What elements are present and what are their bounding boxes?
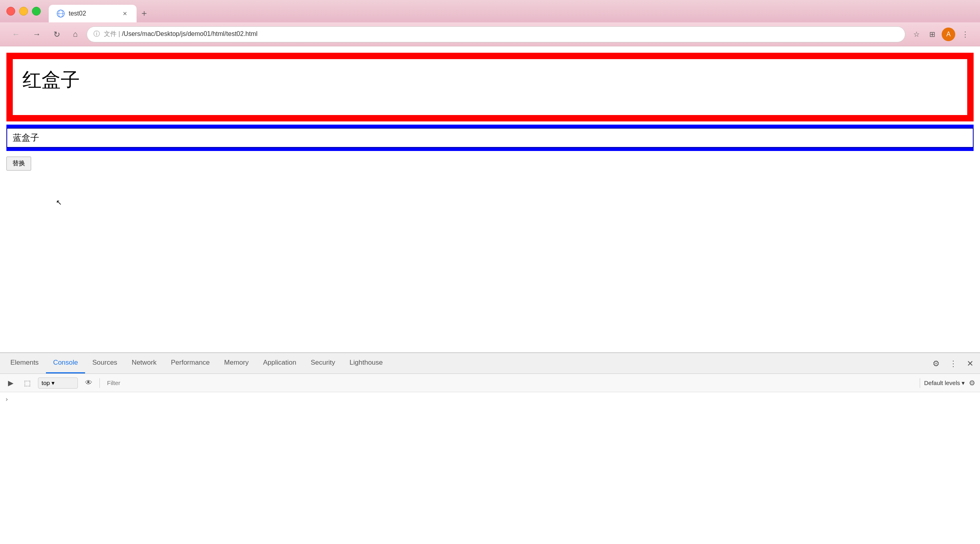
more-vertical-icon: ⋮ [949, 359, 957, 368]
console-toolbar: ▶ ⬚ top ▾ 👁 Default levels ▾ ⚙ [0, 374, 980, 392]
tab-elements-label: Elements [10, 359, 39, 367]
reload-icon: ↻ [54, 30, 60, 39]
close-traffic-light[interactable] [6, 7, 15, 16]
context-selector[interactable]: top ▾ [38, 377, 78, 389]
tab-security[interactable]: Security [304, 353, 342, 373]
maximize-traffic-light[interactable] [32, 7, 41, 16]
nav-bar: ← → ↻ ⌂ ⓘ 文件 | /Users/mac/Desktop/js/dem… [0, 22, 980, 46]
browser-tab-active[interactable]: test02 ✕ [49, 5, 137, 22]
address-prefix: 文件 | [104, 30, 122, 37]
console-chevron[interactable]: › [5, 395, 9, 403]
tab-application[interactable]: Application [256, 353, 304, 373]
tab-lighthouse-label: Lighthouse [349, 359, 383, 367]
address-bar[interactable]: ⓘ 文件 | /Users/mac/Desktop/js/demo01/html… [87, 26, 905, 42]
tab-network[interactable]: Network [125, 353, 164, 373]
run-code-button[interactable]: ▶ [5, 377, 17, 389]
red-box: 红盒子 [6, 53, 974, 121]
tab-console-label: Console [53, 359, 78, 367]
devtools-panel: Elements Console Sources Network Perform… [0, 352, 980, 544]
red-box-inner: 红盒子 [13, 59, 967, 115]
tab-network-label: Network [132, 359, 157, 367]
title-bar: test02 ✕ ＋ [0, 0, 980, 22]
browser-window: test02 ✕ ＋ ← → ↻ ⌂ ⓘ 文件 | /Users/mac/Des… [0, 0, 980, 544]
filter-divider-2 [920, 378, 920, 388]
reload-button[interactable]: ↻ [50, 27, 64, 42]
context-label: top [42, 379, 50, 386]
extensions-button[interactable]: ⊞ [926, 28, 938, 41]
tab-sources[interactable]: Sources [85, 353, 124, 373]
back-icon: ← [12, 30, 20, 38]
tab-application-label: Application [263, 359, 296, 367]
filter-divider [99, 378, 100, 388]
tab-security-label: Security [311, 359, 335, 367]
address-url: /Users/mac/Desktop/js/demo01/html/test02… [122, 30, 258, 37]
minimize-traffic-light[interactable] [19, 7, 28, 16]
levels-label: Default levels [924, 379, 960, 386]
tab-sources-label: Sources [92, 359, 117, 367]
gear-icon-2: ⚙ [969, 379, 975, 387]
home-button[interactable]: ⌂ [69, 27, 82, 41]
eye-button[interactable]: 👁 [82, 377, 95, 389]
home-icon: ⌂ [73, 30, 78, 38]
cursor-pointer: ↖ [56, 199, 62, 206]
eye-icon: 👁 [85, 379, 92, 387]
bookmark-button[interactable]: ☆ [910, 28, 923, 41]
devtools-tab-actions: ⚙ ⋮ ✕ [929, 356, 977, 371]
play-icon: ▶ [8, 379, 14, 387]
back-button[interactable]: ← [8, 27, 24, 41]
top-level-context-button[interactable]: ⬚ [21, 377, 34, 389]
blue-row [6, 125, 974, 151]
blue-input[interactable] [6, 128, 974, 148]
tab-console[interactable]: Console [46, 353, 85, 373]
tab-memory-label: Memory [224, 359, 248, 367]
traffic-lights [6, 7, 41, 16]
info-icon: ⓘ [93, 30, 100, 38]
chevron-down-icon-2: ▾ [962, 379, 965, 387]
new-tab-button[interactable]: ＋ [137, 4, 152, 22]
tab-performance-label: Performance [171, 359, 210, 367]
gear-icon: ⚙ [932, 359, 940, 368]
tab-elements[interactable]: Elements [3, 353, 46, 373]
tab-close-button[interactable]: ✕ [121, 10, 129, 17]
forward-button[interactable]: → [29, 27, 45, 41]
forward-icon: → [33, 30, 41, 38]
profile-button[interactable]: A [942, 28, 955, 41]
replace-button[interactable]: 替换 [6, 157, 31, 171]
page-content: 红盒子 替换 ↖ [0, 46, 980, 352]
chevron-down-icon: ▾ [52, 379, 55, 387]
tab-title: test02 [69, 10, 117, 17]
tab-lighthouse[interactable]: Lighthouse [342, 353, 390, 373]
console-output: › [0, 392, 980, 544]
devtools-tab-bar: Elements Console Sources Network Perform… [0, 353, 980, 374]
cursor-area: ↖ [56, 198, 62, 207]
tab-memory[interactable]: Memory [217, 353, 256, 373]
default-levels-selector[interactable]: Default levels ▾ [924, 379, 965, 387]
address-text: 文件 | /Users/mac/Desktop/js/demo01/html/t… [104, 30, 899, 38]
inspect-icon: ⬚ [24, 379, 31, 387]
devtools-more-button[interactable]: ⋮ [946, 356, 960, 371]
filter-input[interactable] [104, 378, 916, 388]
devtools-close-button[interactable]: ✕ [964, 356, 977, 371]
devtools-settings-button[interactable]: ⚙ [929, 356, 943, 371]
more-options-button[interactable]: ⋮ [958, 28, 972, 41]
tab-bar: test02 ✕ ＋ [46, 0, 974, 22]
nav-actions: ☆ ⊞ A ⋮ [910, 28, 972, 41]
red-box-text: 红盒子 [22, 69, 80, 90]
close-icon: ✕ [967, 359, 974, 368]
tab-favicon-icon [57, 10, 65, 18]
tab-performance[interactable]: Performance [164, 353, 217, 373]
console-settings-button[interactable]: ⚙ [969, 379, 975, 387]
